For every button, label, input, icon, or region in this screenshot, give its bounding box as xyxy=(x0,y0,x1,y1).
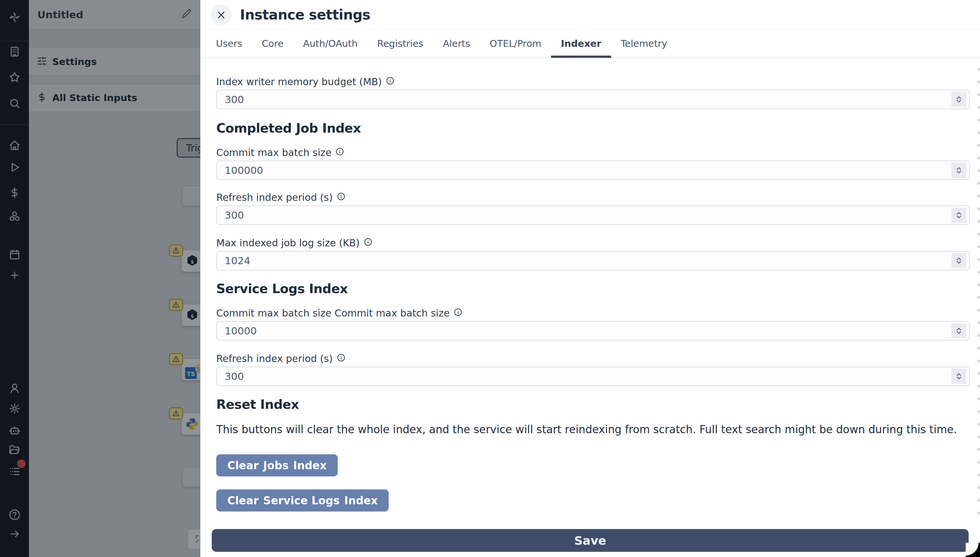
window-corner xyxy=(966,543,980,557)
field-label: Max indexed job log size (KB) xyxy=(216,237,970,249)
tab-otel-prom[interactable]: OTEL/Prom xyxy=(480,30,551,57)
field-label: Refresh index period (s) xyxy=(216,192,970,204)
tab-registries[interactable]: Registries xyxy=(367,30,433,57)
clear-service-logs-row: Clear Service Logs Index xyxy=(216,489,970,511)
drawer-header: Instance settings xyxy=(200,0,980,30)
index-writer-memory-input[interactable] xyxy=(216,90,970,109)
number-spinner[interactable] xyxy=(951,253,966,268)
button-text: Index xyxy=(344,494,378,507)
number-spinner[interactable] xyxy=(951,163,966,178)
reset-index-note: This buttons will clear the whole index,… xyxy=(216,423,970,436)
save-button[interactable]: Save xyxy=(212,529,969,552)
number-field xyxy=(216,205,970,225)
field-label-text: Index writer memory budget (MB) xyxy=(216,76,382,88)
save-row: Save xyxy=(212,529,969,552)
field-label-text: Max indexed job log size (KB) xyxy=(216,237,360,249)
number-spinner[interactable] xyxy=(951,323,966,338)
number-field xyxy=(216,321,970,340)
field-label: Commit max batch size xyxy=(216,147,970,159)
field-label: Index writer memory budget (MB) xyxy=(216,76,970,88)
info-icon[interactable] xyxy=(337,192,346,204)
field-label-text: Commit max batch size Commit max batch s… xyxy=(216,308,450,319)
button-text: Clear xyxy=(227,459,258,472)
modal-backdrop xyxy=(0,0,200,557)
number-spinner[interactable] xyxy=(951,92,966,107)
logs-commit-max-batch-input[interactable] xyxy=(216,321,970,340)
number-spinner[interactable] xyxy=(951,208,966,223)
number-field xyxy=(216,90,970,109)
field-label: Refresh index period (s) xyxy=(216,353,970,365)
button-text-emphasis: Service Logs xyxy=(263,494,340,507)
clear-jobs-index-button[interactable]: Clear Jobs Index xyxy=(216,454,338,476)
tab-users[interactable]: Users xyxy=(206,30,252,57)
clear-service-logs-index-button[interactable]: Clear Service Logs Index xyxy=(216,489,389,511)
instance-settings-drawer: Instance settings Users Core Auth/OAuth … xyxy=(200,0,980,557)
section-heading-completed-job-index: Completed Job Index xyxy=(216,121,970,136)
indexer-settings-form: Index writer memory budget (MB) Complete… xyxy=(200,58,980,529)
drawer-title: Instance settings xyxy=(240,7,370,23)
field-label: Commit max batch size Commit max batch s… xyxy=(216,308,970,319)
close-icon[interactable] xyxy=(211,5,232,25)
section-heading-service-logs-index: Service Logs Index xyxy=(216,282,970,296)
tab-telemetry[interactable]: Telemetry xyxy=(611,30,677,57)
number-spinner[interactable] xyxy=(951,369,966,384)
jobs-commit-max-batch-input[interactable] xyxy=(216,161,970,180)
drawer-scrollbar[interactable] xyxy=(978,68,979,518)
clear-jobs-row: Clear Jobs Index xyxy=(216,454,970,476)
tab-core[interactable]: Core xyxy=(252,30,293,57)
logs-refresh-period-input[interactable] xyxy=(216,366,970,386)
jobs-refresh-period-input[interactable] xyxy=(216,205,970,225)
button-text: Index xyxy=(293,459,327,472)
info-icon[interactable] xyxy=(386,76,394,88)
screen: Untitled Settings xyxy=(0,0,980,557)
settings-tabs: Users Core Auth/OAuth Registries Alerts … xyxy=(200,30,980,58)
button-text: Clear xyxy=(227,494,258,507)
button-text-emphasis: Jobs xyxy=(263,459,288,472)
tab-auth-oauth[interactable]: Auth/OAuth xyxy=(293,30,367,57)
info-icon[interactable] xyxy=(454,308,462,319)
section-heading-reset-index: Reset Index xyxy=(216,397,970,412)
tab-indexer[interactable]: Indexer xyxy=(551,30,611,57)
field-label-text: Refresh index period (s) xyxy=(216,192,333,204)
number-field xyxy=(216,161,970,180)
info-icon[interactable] xyxy=(336,147,344,159)
number-field xyxy=(216,251,970,270)
info-icon[interactable] xyxy=(337,353,346,365)
tab-alerts[interactable]: Alerts xyxy=(433,30,480,57)
field-label-text: Refresh index period (s) xyxy=(216,353,333,365)
number-field xyxy=(216,366,970,386)
info-icon[interactable] xyxy=(364,237,372,249)
max-indexed-log-size-input[interactable] xyxy=(216,251,970,270)
field-label-text: Commit max batch size xyxy=(216,147,331,159)
